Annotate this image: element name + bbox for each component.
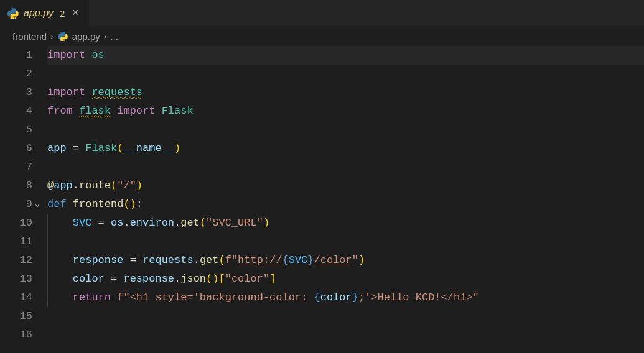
tab-active[interactable]: app.py 2 × <box>0 0 89 26</box>
breadcrumb-item[interactable]: frontend <box>12 31 47 42</box>
line-number: 12 <box>0 251 36 270</box>
line-number: 11 <box>0 232 36 251</box>
line-number: 16 <box>0 326 36 344</box>
line-number: 7 <box>0 158 36 176</box>
line-number: 8 <box>0 176 36 195</box>
code-line[interactable] <box>47 158 644 176</box>
line-number: 3 <box>0 83 36 102</box>
tab-filename: app.py <box>24 7 54 19</box>
line-number: 2 <box>0 65 36 83</box>
code-line[interactable]: @app.route("/") <box>47 176 644 195</box>
code-line[interactable] <box>47 65 644 83</box>
code-line[interactable]: SVC = os.environ.get("SVC_URL") <box>47 214 644 232</box>
breadcrumb-item[interactable]: app.py <box>72 31 100 42</box>
breadcrumb-ellipsis[interactable]: ... <box>110 31 118 42</box>
tabs-bar: app.py 2 × <box>0 0 644 26</box>
chevron-right-icon: › <box>104 31 107 41</box>
code-line[interactable] <box>47 121 644 139</box>
line-number: 10 <box>0 214 36 232</box>
code-line[interactable] <box>47 232 644 251</box>
python-file-icon <box>7 7 19 19</box>
line-number: 4 <box>0 102 36 121</box>
code-line[interactable] <box>47 326 644 344</box>
line-number: 15 <box>0 307 36 326</box>
code-line[interactable]: import os <box>47 46 644 65</box>
code-line[interactable] <box>47 307 644 326</box>
close-icon[interactable]: × <box>70 7 81 19</box>
code-line[interactable]: from flask import Flask <box>47 102 644 121</box>
chevron-down-icon[interactable]: ⌄ <box>35 195 40 214</box>
line-number-gutter: 12345678⌄910111213141516 <box>0 46 47 353</box>
code-line[interactable]: app = Flask(__name__) <box>47 139 644 158</box>
code-content[interactable]: import osimport requestsfrom flask impor… <box>47 46 644 353</box>
chevron-right-icon: › <box>50 31 54 41</box>
line-number: 13 <box>0 270 36 288</box>
line-number: 5 <box>0 121 36 139</box>
code-line[interactable]: def frontend(): <box>47 195 644 214</box>
python-file-icon <box>57 30 68 42</box>
line-number: 9 <box>0 195 36 214</box>
code-line[interactable]: import requests <box>47 83 644 102</box>
line-number: 14 <box>0 288 36 307</box>
code-line[interactable]: response = requests.get(f"http://{SVC}/c… <box>47 251 644 270</box>
breadcrumb[interactable]: frontend › app.py › ... <box>0 26 644 46</box>
line-number: 6 <box>0 139 36 158</box>
code-line[interactable]: color = response.json()["color"] <box>47 270 644 288</box>
code-editor[interactable]: 12345678⌄910111213141516 import osimport… <box>0 46 644 353</box>
tab-problems-badge: 2 <box>60 8 65 19</box>
line-number: 1 <box>0 46 36 65</box>
code-line[interactable]: return f"<h1 style='background-color: {c… <box>47 288 644 307</box>
